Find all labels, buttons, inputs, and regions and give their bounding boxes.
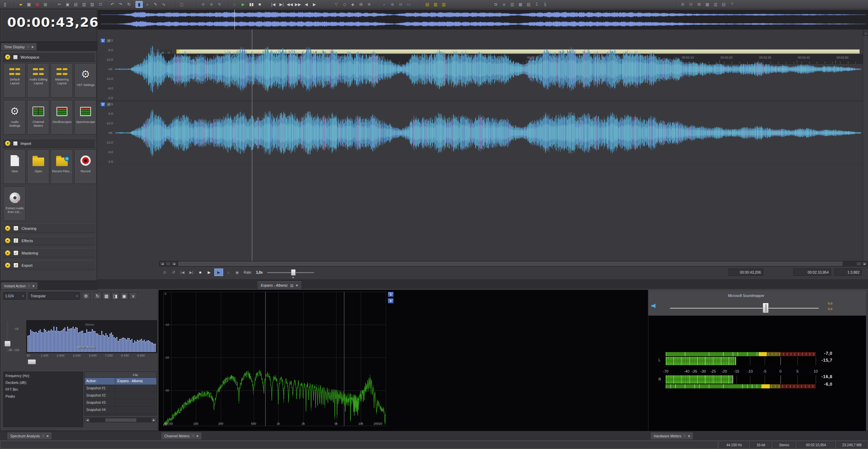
restart-icon[interactable]: ↻: [216, 1, 223, 8]
paste-icon[interactable]: ▤: [72, 1, 79, 8]
scroll-right-icon[interactable]: ▶: [862, 262, 867, 266]
tile-recent-files[interactable]: Recent Files...: [51, 150, 73, 184]
envelope-tool-icon[interactable]: ∿: [160, 1, 167, 8]
channel-meters-channel-1-button[interactable]: 1: [388, 292, 394, 297]
table-row[interactable]: Snapshot #1:: [85, 385, 156, 392]
smoothing-window-dropdown[interactable]: Triangular ▾: [28, 292, 80, 300]
scroll-thumb[interactable]: [178, 262, 842, 266]
channel-meters-channel-2-button[interactable]: 2: [388, 298, 394, 303]
fft-size-dropdown[interactable]: 1.024 ▾: [3, 292, 26, 300]
command-icon[interactable]: ◈: [349, 1, 356, 8]
repeat-icon[interactable]: ↻: [125, 1, 132, 8]
maximize-icon[interactable]: □: [28, 284, 30, 288]
record-icon[interactable]: ⊙: [161, 269, 168, 276]
snap-icon[interactable]: ⊞: [357, 1, 365, 8]
tile-open[interactable]: Open: [27, 150, 49, 184]
marker-icon[interactable]: ▽: [333, 1, 340, 8]
statistics-icon[interactable]: Σ: [533, 1, 540, 8]
zoom-in-icon[interactable]: ⊕: [389, 1, 396, 8]
cut-icon[interactable]: ✂: [56, 1, 63, 8]
tile-new[interactable]: New: [4, 150, 26, 184]
tile-vst-settings[interactable]: ⚙VST Settings: [75, 63, 97, 98]
waveform-channel-1[interactable]: [115, 38, 861, 101]
new-file-icon[interactable]: ▯: [1, 1, 9, 8]
script-icon[interactable]: §: [541, 1, 549, 8]
tile-audio-editing-layout[interactable]: Audio Editing Layout: [27, 63, 49, 98]
table-row[interactable]: Snapshot #3:: [85, 399, 156, 407]
save-icon[interactable]: ▦: [25, 1, 33, 8]
copy-icon[interactable]: ▣: [64, 1, 71, 8]
tab-spectrum-analysis[interactable]: Spectrum Analysis □ ×: [7, 432, 52, 439]
table-row[interactable]: Snapshot #4:: [85, 407, 156, 414]
scrub-icon[interactable]: ◉: [233, 269, 241, 276]
trim-crop-icon[interactable]: ⊡: [97, 1, 104, 8]
refresh-icon[interactable]: ↻: [93, 292, 102, 300]
maximize-icon[interactable]: □: [42, 434, 44, 438]
tab-channel-meters[interactable]: Channel Meters □ ×: [161, 432, 202, 439]
open-folder-icon[interactable]: ▰: [17, 1, 24, 8]
undo-icon[interactable]: ↶: [109, 1, 116, 8]
scroll-left-icon[interactable]: ◀: [85, 418, 90, 422]
loop-playback-icon[interactable]: ⊛: [208, 1, 215, 8]
paste-special-icon[interactable]: ▥: [80, 1, 88, 8]
waveform-channel-2[interactable]: [115, 101, 861, 164]
meters-toggle-icon[interactable]: ▥: [509, 1, 516, 8]
import-section-header[interactable]: ▾ Import: [3, 139, 95, 148]
rate-slider-track[interactable]: [267, 272, 314, 273]
next-marker-icon[interactable]: ▶: [311, 1, 318, 8]
close-icon[interactable]: ×: [47, 434, 49, 438]
close-icon[interactable]: ×: [32, 284, 34, 288]
window-tile-icon[interactable]: ▤: [424, 1, 431, 8]
section-cleaning[interactable]: ▸≈Cleaning: [3, 224, 95, 233]
maximize-icon[interactable]: □: [684, 434, 686, 438]
loop-region-icon[interactable]: ⊘: [200, 1, 207, 8]
snapshot-table-scrollbar[interactable]: ◀ ▶: [85, 417, 157, 422]
save-all-icon[interactable]: ▦: [42, 1, 49, 8]
save-as-icon[interactable]: ▦: [34, 1, 41, 8]
loop-icon[interactable]: ↺: [170, 269, 177, 276]
tile-spectroscope[interactable]: Spectroscope: [75, 100, 97, 135]
forward-icon[interactable]: ▶▶: [294, 1, 302, 8]
tile-default-layout[interactable]: Default Layout: [4, 63, 26, 98]
menu-chevron-icon[interactable]: ∨: [129, 292, 137, 300]
zoom-in-scroll-icon[interactable]: ▫: [856, 262, 861, 266]
stop-icon[interactable]: ■: [256, 1, 263, 8]
view-spectrum-icon[interactable]: ⊠: [695, 1, 703, 8]
view-hardware-meters-icon[interactable]: ▥: [712, 1, 719, 8]
zoom-out-icon[interactable]: ⊖: [397, 1, 404, 8]
tile-extract-audio-from-cd[interactable]: Extract Audio from CD...: [4, 187, 26, 221]
file-tab[interactable]: Expans - Albeniz ▤ ×: [257, 281, 302, 289]
go-to-end-icon[interactable]: ▶|: [188, 269, 195, 276]
grid-icon[interactable]: ▦: [102, 292, 111, 300]
scroll-left-icon[interactable]: ◀: [160, 262, 165, 266]
sonogram-toggle-icon[interactable]: ▨: [525, 1, 532, 8]
view-workspace-icon[interactable]: ▤: [720, 1, 727, 8]
window-cascade-icon[interactable]: ▧: [432, 1, 439, 8]
overview-waveform-strip[interactable]: [98, 10, 868, 29]
scroll-thumb[interactable]: [105, 419, 136, 422]
lock-icon[interactable]: ▣: [120, 292, 128, 300]
plugin-chainer-icon[interactable]: ⧉: [492, 1, 499, 8]
prev-marker-icon[interactable]: ◀: [303, 1, 310, 8]
play-device-icon[interactable]: ▶: [214, 269, 223, 276]
help-icon[interactable]: ?: [728, 1, 736, 8]
go-to-end-icon[interactable]: ▶|: [278, 1, 285, 8]
play-all-icon[interactable]: ▷: [231, 1, 239, 8]
collapse-chevron-icon[interactable]: ▾: [5, 54, 10, 60]
zoom-out-scroll-icon[interactable]: ▫: [166, 262, 171, 266]
workspace-section-header[interactable]: ▾ Workspace: [3, 52, 95, 62]
spectrum-toggle-icon[interactable]: ▦: [517, 1, 524, 8]
section-export[interactable]: ▸↗Export: [3, 261, 95, 270]
section-mastering[interactable]: ▸✓Mastering: [3, 248, 95, 258]
scroll-right-icon[interactable]: ▶: [152, 418, 156, 422]
section-effects[interactable]: ▸ƒEffects: [3, 236, 95, 245]
tile-channel-meters[interactable]: Channel Meters: [27, 100, 49, 135]
output-gain-slider-handle[interactable]: [763, 303, 769, 313]
table-row[interactable]: Snapshot #2:: [85, 392, 156, 399]
collapse-chevron-icon[interactable]: ▾: [5, 141, 10, 146]
close-icon[interactable]: ×: [296, 283, 298, 287]
view-channel-meters-icon[interactable]: ▦: [704, 1, 711, 8]
zoom-selection-icon[interactable]: ⌕: [381, 1, 388, 8]
view-time-display-icon[interactable]: ⊞: [679, 1, 686, 8]
expand-chevron-icon[interactable]: ▸: [5, 263, 10, 268]
